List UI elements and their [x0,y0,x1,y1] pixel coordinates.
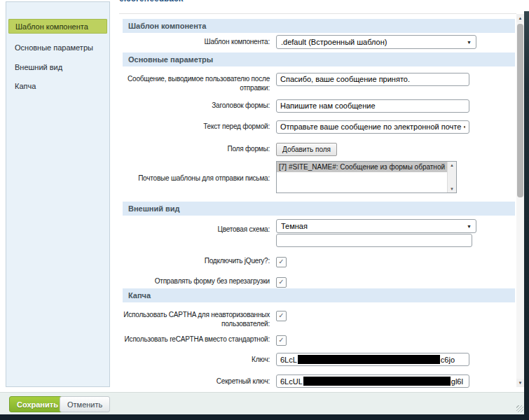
field-row-mail-templates: Почтовые шаблоны для отправки письма: [7… [123,161,515,193]
scroll-down-icon[interactable]: ▼ [450,187,454,191]
field-label: Использовать reCAPTHA вместо стандартной… [123,332,273,344]
cancel-button[interactable]: Отменить [60,396,110,412]
page-title: elcore:feedback [119,0,183,4]
select-value: .default (Встроенный шаблон) [281,38,387,46]
resize-grip-icon[interactable] [516,405,523,412]
key-prefix: 6LcUL [280,377,303,386]
settings-sidebar: Шаблон компонента Основные параметры Вне… [6,1,110,387]
field-row-color-scheme: Цветовая схема: Темная ▼ [123,219,515,247]
include-jquery-checkbox[interactable]: ✓ [276,257,287,267]
field-label: Использовать CAPTHA для неавторизованных… [123,308,273,328]
text-before-form-input[interactable] [276,120,469,134]
checkmark-icon: ✓ [278,337,284,344]
window-frame-bottom [0,414,529,420]
field-label: Поля формы: [123,142,273,153]
key-prefix: 6LcL [280,356,297,364]
field-row-success-message: Сообщение, выводимое пользователю после … [123,72,515,92]
field-label: Заголовок формы: [123,99,273,110]
no-reload-submit-checkbox[interactable]: ✓ [276,277,287,288]
color-scheme-extra-input[interactable] [276,234,472,247]
checkmark-icon: ✓ [278,312,284,319]
settings-form: elcore:feedback Шаблон компонента Шаблон… [112,0,516,392]
chevron-down-icon: ▼ [467,224,472,229]
captcha-key-input[interactable]: 6LcL c6jo [276,353,469,366]
scroll-up-icon[interactable]: ▲ [516,14,524,22]
sidebar-item-appearance[interactable]: Внешний вид [15,60,105,74]
section-header-captcha: Капча [123,288,515,302]
scroll-up-icon[interactable]: ▲ [450,163,454,167]
captcha-secret-key-input[interactable]: 6LcUL gl6l [276,374,469,388]
field-label: Ключ: [123,353,273,364]
vertical-scrollbar[interactable]: ▲ ▼ [516,14,524,387]
listbox-scrollbar[interactable]: ▲ ▼ [447,162,456,192]
field-row-template: Шаблон компонента: .default (Встроенный … [123,35,515,49]
header-divider [119,13,516,14]
field-row-form-fields: Поля формы: Добавить поля [123,142,515,156]
footer-bar: Сохранить Отменить [0,392,524,414]
template-select[interactable]: .default (Встроенный шаблон) ▼ [276,35,476,49]
redaction-block [303,377,451,386]
field-row-use-recaptcha: Использовать reCAPTHA вместо стандартной… [123,332,515,346]
listbox-option-selected[interactable]: [7] #SITE_NAME#: Сообщение из формы обра… [277,162,447,172]
mail-templates-listbox[interactable]: [7] #SITE_NAME#: Сообщение из формы обра… [276,161,457,193]
save-button[interactable]: Сохранить [9,396,66,412]
field-row-text-before-form: Текст перед формой: [123,120,515,134]
checkmark-icon: ✓ [278,279,284,286]
field-label: Шаблон компонента: [123,35,273,46]
scrollbar-thumb[interactable] [517,24,523,197]
key-suffix: c6jo [441,356,455,364]
success-message-input[interactable] [276,73,469,86]
add-fields-button[interactable]: Добавить поля [276,143,337,156]
form-title-input[interactable] [276,99,469,113]
use-recaptcha-checkbox[interactable]: ✓ [276,335,287,346]
field-row-captcha-secret-key: Секретный ключ: 6LcUL gl6l [123,374,515,388]
sidebar-item-template[interactable]: Шаблон компонента [8,19,107,34]
section-header-main-params: Основные параметры [123,52,515,66]
color-scheme-select[interactable]: Темная ▼ [276,219,476,233]
field-label: Почтовые шаблоны для отправки письма: [123,161,273,183]
chevron-down-icon: ▼ [467,40,472,45]
use-captcha-checkbox[interactable]: ✓ [276,311,287,321]
section-header-appearance: Внешний вид [123,202,515,216]
field-label: Подключить jQuery?: [123,254,273,265]
key-suffix: gl6l [451,377,463,386]
select-value: Темная [281,222,308,230]
field-row-captcha-key: Ключ: 6LcL c6jo [123,353,515,366]
field-row-use-captcha: Использовать CAPTHA для неавторизованных… [123,308,515,328]
field-row-include-jquery: Подключить jQuery?: ✓ [123,254,515,267]
field-label: Секретный ключ: [123,374,273,386]
scroll-down-icon[interactable]: ▼ [516,379,524,387]
sidebar-item-captcha[interactable]: Капча [15,79,105,93]
window-frame-right [524,11,529,420]
field-label: Текст перед формой: [123,120,273,131]
section-header-template: Шаблон компонента [123,19,515,33]
sidebar-item-main-params[interactable]: Основные параметры [15,41,105,55]
field-label: Сообщение, выводимое пользователю после … [123,72,273,92]
redaction-block [298,355,440,364]
field-row-form-title: Заголовок формы: [123,99,515,113]
field-label: Цветовая схема: [123,219,273,234]
checkmark-icon: ✓ [278,258,284,265]
